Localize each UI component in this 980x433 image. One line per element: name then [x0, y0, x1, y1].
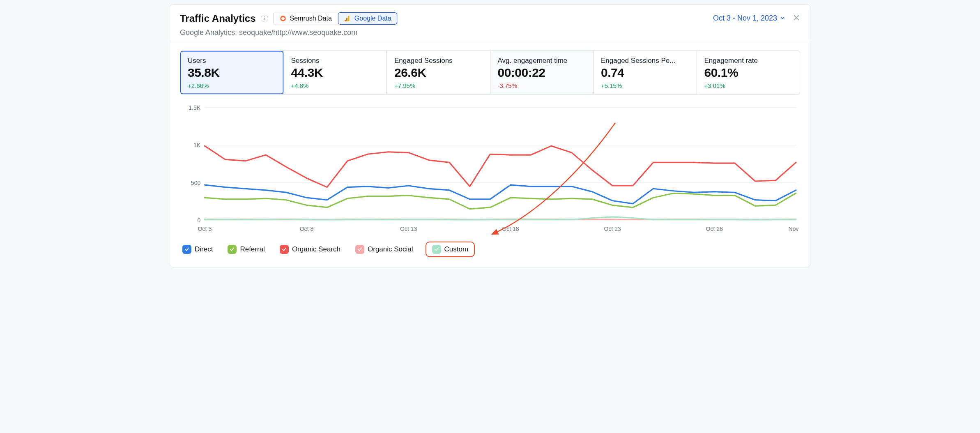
title-row: Traffic Analytics i Semrush Data Google …: [180, 12, 398, 25]
svg-text:Oct 13: Oct 13: [400, 226, 417, 232]
tab-semrush-data[interactable]: Semrush Data: [274, 12, 338, 25]
page-title: Traffic Analytics: [180, 13, 256, 24]
metric-card-3[interactable]: Avg. engagement time00:00:22-3.75%: [490, 51, 594, 94]
tab-google-label: Google Data: [354, 15, 391, 22]
metric-card-1[interactable]: Sessions44.3K+4.8%: [283, 51, 387, 94]
semrush-icon: [279, 15, 287, 22]
line-chart: 05001K1.5KOct 3Oct 8Oct 13Oct 18Oct 23Oc…: [180, 104, 800, 235]
metric-label: Sessions: [291, 57, 380, 65]
legend-label: Organic Social: [368, 245, 413, 253]
metric-delta: +5.15%: [601, 82, 689, 89]
metric-delta: +2.66%: [188, 82, 276, 89]
metric-delta: +4.8%: [291, 82, 380, 89]
svg-text:Oct 3: Oct 3: [198, 226, 212, 232]
legend-label: Direct: [195, 245, 213, 253]
legend-item-organic-social[interactable]: Organic Social: [353, 243, 416, 256]
metric-value: 0.74: [601, 66, 689, 80]
data-source-segmented: Semrush Data Google Data: [273, 12, 398, 25]
metric-label: Engaged Sessions Pe...: [601, 57, 689, 65]
svg-text:Oct 8: Oct 8: [300, 226, 314, 232]
legend-item-direct[interactable]: Direct: [180, 243, 215, 256]
metric-delta: +3.01%: [704, 82, 793, 89]
header-right: Oct 3 - Nov 1, 2023 ✕: [713, 12, 800, 23]
svg-text:1K: 1K: [193, 142, 201, 148]
metric-value: 00:00:22: [498, 66, 586, 80]
chevron-down-icon: [780, 15, 785, 21]
panel-header: Traffic Analytics i Semrush Data Google …: [170, 5, 810, 42]
legend-chip: [228, 245, 237, 254]
legend-item-organic-search[interactable]: Organic Search: [277, 243, 343, 256]
check-icon: [281, 246, 287, 252]
legend-label: Custom: [444, 245, 469, 253]
metric-value: 60.1%: [704, 66, 793, 80]
check-icon: [357, 246, 363, 252]
metric-cards: Users35.8K+2.66%Sessions44.3K+4.8%Engage…: [180, 51, 800, 94]
svg-point-1: [345, 20, 346, 21]
metric-card-2[interactable]: Engaged Sessions26.6K+7.95%: [386, 51, 490, 94]
metric-label: Avg. engagement time: [498, 57, 586, 65]
svg-text:1.5K: 1.5K: [189, 104, 201, 111]
tab-google-data[interactable]: Google Data: [338, 12, 397, 25]
svg-text:Oct 23: Oct 23: [604, 226, 621, 232]
svg-text:Nov 1: Nov 1: [789, 226, 800, 232]
date-range-picker[interactable]: Oct 3 - Nov 1, 2023: [713, 14, 785, 23]
metric-label: Engagement rate: [704, 57, 793, 65]
metric-card-4[interactable]: Engaged Sessions Pe...0.74+5.15%: [593, 51, 697, 94]
svg-text:500: 500: [191, 180, 201, 186]
traffic-analytics-panel: Traffic Analytics i Semrush Data Google …: [170, 4, 810, 267]
tab-semrush-label: Semrush Data: [290, 15, 332, 22]
metric-card-0[interactable]: Users35.8K+2.66%: [180, 51, 283, 94]
check-icon: [184, 246, 190, 252]
legend-label: Organic Search: [292, 245, 340, 253]
metric-value: 44.3K: [291, 66, 380, 80]
series-custom: [205, 217, 796, 220]
page-subtitle: Google Analytics: seoquake/http://www.se…: [180, 28, 398, 37]
svg-text:Oct 28: Oct 28: [706, 226, 723, 232]
legend-item-referral[interactable]: Referral: [225, 243, 267, 256]
date-range-label: Oct 3 - Nov 1, 2023: [713, 14, 777, 23]
legend-label: Referral: [240, 245, 265, 253]
header-left: Traffic Analytics i Semrush Data Google …: [180, 12, 398, 37]
svg-text:Oct 18: Oct 18: [502, 226, 519, 232]
metric-delta: -3.75%: [498, 82, 586, 89]
check-icon: [229, 246, 235, 252]
legend-chip: [182, 245, 191, 254]
chart-container: 05001K1.5KOct 3Oct 8Oct 13Oct 18Oct 23Oc…: [180, 104, 800, 235]
legend-chip: [432, 245, 441, 254]
check-icon: [434, 246, 439, 252]
metric-delta: +7.95%: [394, 82, 483, 89]
series-referral: [205, 193, 796, 209]
metric-value: 26.6K: [394, 66, 483, 80]
legend-chip: [355, 245, 364, 254]
panel-body: Users35.8K+2.66%Sessions44.3K+4.8%Engage…: [170, 42, 810, 267]
chart-legend: DirectReferralOrganic SearchOrganic Soci…: [180, 242, 800, 257]
metric-value: 35.8K: [188, 66, 276, 80]
svg-text:0: 0: [197, 217, 200, 223]
metric-label: Users: [188, 57, 276, 65]
series-organic-search: [205, 146, 796, 187]
legend-item-custom[interactable]: Custom: [426, 242, 475, 257]
legend-chip: [280, 245, 289, 254]
metric-card-5[interactable]: Engagement rate60.1%+3.01%: [697, 51, 800, 94]
close-icon[interactable]: ✕: [793, 14, 800, 23]
google-analytics-icon: [344, 15, 351, 22]
metric-label: Engaged Sessions: [394, 57, 483, 65]
info-icon[interactable]: i: [261, 15, 268, 22]
